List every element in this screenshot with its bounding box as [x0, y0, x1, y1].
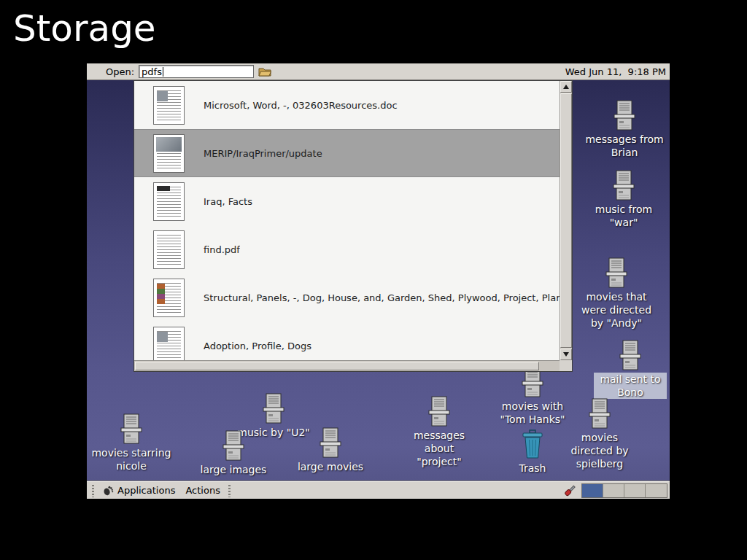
desktop-icon-label: messages about "project" [402, 429, 476, 468]
search-input[interactable]: pdfs [139, 65, 254, 78]
result-row[interactable]: find.pdf [134, 225, 560, 273]
workspace-1[interactable] [582, 484, 603, 497]
horizontal-scroll-thumb[interactable] [135, 362, 539, 370]
result-label: find.pdf [204, 244, 240, 255]
panel-drag-handle[interactable] [228, 484, 231, 497]
horizontal-scrollbar[interactable] [134, 360, 560, 371]
storage-device-icon [603, 257, 630, 289]
desktop-icon-label: large movies [298, 460, 363, 473]
workspace-3[interactable] [624, 484, 646, 497]
desktop-icon-label: messages from Brian [584, 133, 665, 159]
desktop-icon-mail-sent-to-bono[interactable]: mail sent to Bono [583, 340, 670, 399]
document-thumbnail [153, 86, 185, 125]
taskbar: Applications Actions [87, 481, 670, 499]
result-label: Structural, Panels, -, Dog, House, and, … [204, 292, 560, 303]
storage-device-icon [317, 427, 344, 459]
search-bar: Open: pdfs Wed Jun 11, 9:18 PM [87, 63, 670, 80]
document-thumbnail [153, 134, 185, 173]
search-input-value: pdfs [142, 66, 162, 77]
desktop-icon-label: large images [201, 463, 267, 476]
result-label: Adoption, Profile, Dogs [204, 341, 311, 351]
trash-icon [518, 429, 547, 461]
desktop-icon-movies-directed-by-andy[interactable]: movies that were directed by "Andy" [569, 257, 664, 330]
result-label: Microsoft, Word, -, 032603Resources.doc [204, 100, 398, 111]
result-row[interactable]: Iraq, Facts [134, 177, 560, 225]
storage-device-icon [611, 100, 638, 132]
applications-menu[interactable]: Applications [97, 482, 180, 499]
workspace-4[interactable] [646, 484, 667, 497]
clock: Wed Jun 11, 9:18 PM [565, 66, 670, 77]
open-label: Open: [106, 66, 134, 77]
document-thumbnail [153, 182, 185, 221]
desktop-icon-large-movies[interactable]: large movies [283, 427, 378, 473]
document-thumbnail [153, 327, 185, 361]
gnome-foot-icon [102, 485, 114, 497]
desktop-icon-label: movies that were directed by "Andy" [578, 290, 654, 330]
actions-menu[interactable]: Actions [180, 482, 225, 499]
actions-menu-label: Actions [185, 485, 220, 496]
result-row[interactable]: Microsoft, Word, -, 032603Resources.doc [134, 81, 560, 129]
page-title: Storage [13, 7, 156, 50]
desktop-icon-label: movies starring nicole [90, 446, 172, 472]
storage-device-icon [617, 340, 643, 372]
storage-device-icon [260, 393, 287, 425]
result-label: MERIP/IraqPrimer/update [204, 148, 322, 159]
arrow-up-icon [563, 85, 569, 89]
desktop-icon-label: music from "war" [589, 203, 659, 229]
panel-drag-handle[interactable] [91, 484, 95, 497]
storage-device-icon [118, 413, 144, 446]
desktop-icon-music-from-war[interactable]: music from "war" [576, 170, 670, 229]
screwdriver-icon[interactable] [563, 484, 576, 497]
scrollbar-corner [560, 360, 572, 371]
storage-device-icon [426, 396, 452, 428]
workspace-switcher [581, 483, 667, 498]
result-row-selected[interactable]: MERIP/IraqPrimer/update [134, 129, 560, 177]
storage-device-icon [611, 170, 637, 202]
result-label: Iraq, Facts [204, 196, 252, 207]
text-caret [163, 67, 163, 77]
results-list: Microsoft, Word, -, 032603Resources.doc … [134, 81, 560, 360]
desktop-icon-label: Trash [519, 462, 546, 475]
search-results-panel: Microsoft, Word, -, 032603Resources.doc … [133, 80, 573, 372]
desktop-icon-messages-from-brian[interactable]: messages from Brian [577, 100, 670, 159]
result-row[interactable]: Adoption, Profile, Dogs [134, 322, 560, 360]
document-thumbnail [153, 279, 185, 317]
result-row[interactable]: Structural, Panels, -, Dog, House, and, … [134, 273, 560, 322]
desktop-icon-label: mail sent to Bono [594, 373, 667, 399]
workspace-2[interactable] [603, 484, 624, 497]
desktop-icon-label: movies directed by spielberg [559, 431, 640, 470]
storage-device-icon [587, 398, 613, 430]
applications-menu-label: Applications [117, 485, 175, 496]
scroll-down-button[interactable] [560, 349, 572, 360]
desktop-icon-movies-starring-nicole[interactable]: movies starring nicole [87, 413, 179, 472]
document-thumbnail [153, 230, 185, 269]
open-folder-icon [258, 66, 272, 77]
vertical-scrollbar[interactable] [560, 81, 572, 360]
scroll-up-button[interactable] [560, 81, 572, 93]
arrow-down-icon [563, 352, 569, 357]
storage-device-icon [220, 430, 247, 462]
desktop-icon-large-images[interactable]: large images [186, 430, 281, 476]
vertical-scroll-thumb[interactable] [560, 93, 572, 348]
desktop-icon-messages-about-project[interactable]: messages about "project" [392, 396, 487, 468]
desktop-screen: messages from Brian music from "war" mov… [87, 63, 670, 499]
browse-folder-button[interactable] [257, 65, 273, 79]
desktop-icon-movies-directed-by-spielberg[interactable]: movies directed by spielberg [552, 398, 647, 470]
